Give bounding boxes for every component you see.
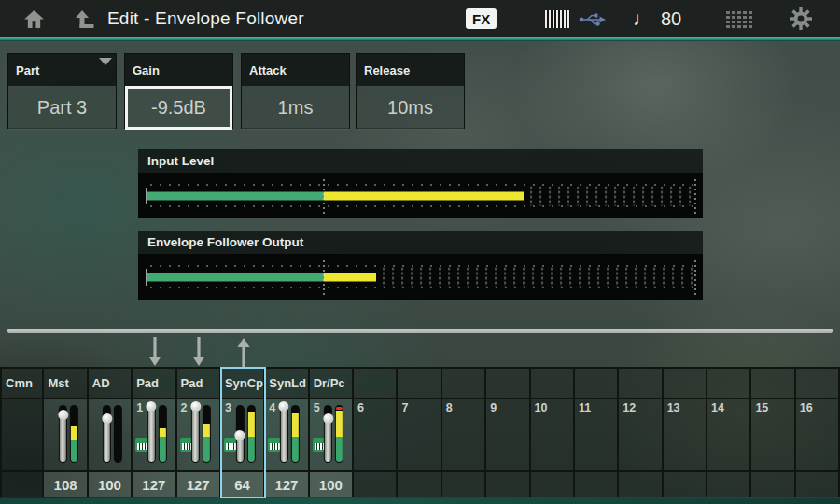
channel-fader-cell[interactable] bbox=[89, 399, 133, 472]
channel-value-cell[interactable]: 64 bbox=[221, 472, 265, 497]
param-release-value[interactable]: 10ms bbox=[357, 86, 464, 130]
channel-name-cell[interactable]: AD bbox=[89, 367, 133, 399]
channel-fader-cell[interactable]: 12 bbox=[619, 399, 663, 472]
gear-icon[interactable] bbox=[790, 0, 812, 37]
mixer-column-mst[interactable]: Mst108 bbox=[44, 334, 88, 498]
channel-value-cell[interactable]: 127 bbox=[133, 472, 176, 497]
channel-fader-cell[interactable]: 7 bbox=[398, 399, 441, 472]
volume-fader[interactable] bbox=[103, 405, 111, 463]
channel-fader-cell[interactable]: 1 bbox=[133, 399, 176, 472]
channel-fader-cell[interactable]: 14 bbox=[707, 399, 751, 472]
channel-value-cell[interactable] bbox=[531, 472, 575, 497]
channel-name-cell[interactable] bbox=[398, 367, 441, 399]
mixer-column-pad[interactable]: Pad1127 bbox=[133, 334, 176, 498]
tempo-indicator[interactable]: ♩ 80 bbox=[633, 0, 681, 37]
channel-name-cell[interactable] bbox=[442, 367, 486, 399]
param-attack-value[interactable]: 1ms bbox=[242, 86, 349, 130]
mixer-column-syncp[interactable]: SynCp364 bbox=[221, 334, 265, 498]
channel-name-cell[interactable]: Dr/Pc bbox=[310, 367, 354, 399]
mixer-column-part15[interactable]: 15 bbox=[751, 334, 795, 498]
home-icon[interactable] bbox=[23, 0, 45, 37]
channel-fader-cell[interactable]: 6 bbox=[354, 399, 398, 472]
volume-fader[interactable] bbox=[324, 405, 332, 463]
channel-value-cell[interactable]: 100 bbox=[310, 472, 354, 497]
param-gain-value[interactable]: -9.5dB bbox=[125, 86, 232, 130]
mixer-column-drpc[interactable]: Dr/Pc5100 bbox=[310, 334, 354, 498]
channel-name-cell[interactable] bbox=[486, 367, 530, 399]
channel-name-cell[interactable] bbox=[575, 367, 619, 399]
mixer-column-part13[interactable]: 13 bbox=[664, 334, 707, 498]
channel-value-cell[interactable]: 127 bbox=[265, 472, 309, 497]
channel-name-cell[interactable]: Mst bbox=[44, 367, 88, 399]
channel-name-cell[interactable]: Pad bbox=[133, 367, 176, 399]
param-attack[interactable]: Attack 1ms bbox=[241, 53, 350, 129]
mixer-column-synld[interactable]: SynLd4127 bbox=[265, 334, 309, 498]
mixer-column-part8[interactable]: 8 bbox=[442, 334, 486, 498]
channel-value-cell[interactable]: 108 bbox=[44, 472, 88, 497]
channel-fader-cell[interactable]: 13 bbox=[664, 399, 707, 472]
channel-value-cell[interactable] bbox=[664, 472, 707, 497]
param-gain[interactable]: Gain -9.5dB bbox=[124, 53, 233, 129]
fader-knob[interactable] bbox=[58, 410, 68, 420]
channel-value-cell[interactable] bbox=[398, 472, 441, 497]
channel-value-cell[interactable] bbox=[707, 472, 751, 497]
mixer-column-part6[interactable]: 6 bbox=[354, 334, 398, 498]
fader-knob[interactable] bbox=[147, 401, 157, 412]
fader-knob[interactable] bbox=[102, 413, 112, 424]
mixer-column-part16[interactable]: 16 bbox=[796, 334, 840, 498]
mixer-column-part11[interactable]: 11 bbox=[575, 334, 619, 498]
channel-fader-cell[interactable]: 15 bbox=[751, 399, 795, 472]
mixer-column-part14[interactable]: 14 bbox=[707, 334, 751, 498]
mixer-column-pad[interactable]: Pad2127 bbox=[177, 334, 221, 498]
channel-name-cell[interactable] bbox=[664, 367, 707, 399]
channel-fader-cell[interactable]: 5 bbox=[310, 399, 354, 472]
mixer-column-part12[interactable]: 12 bbox=[619, 334, 663, 498]
return-arrow-icon[interactable] bbox=[75, 0, 95, 37]
channel-name-cell[interactable] bbox=[796, 367, 840, 399]
channel-value-cell[interactable]: 127 bbox=[177, 472, 221, 497]
channel-fader-cell[interactable] bbox=[44, 399, 88, 472]
param-part-value[interactable]: Part 3 bbox=[8, 86, 116, 130]
channel-value-cell[interactable] bbox=[619, 472, 663, 497]
keyboard-icon[interactable] bbox=[545, 10, 570, 28]
channel-name-cell[interactable]: Pad bbox=[177, 367, 221, 399]
pad-grid-icon[interactable] bbox=[726, 10, 752, 28]
channel-fader-cell[interactable]: 11 bbox=[575, 399, 619, 472]
channel-fader-cell[interactable]: 9 bbox=[486, 399, 530, 472]
volume-fader[interactable] bbox=[191, 405, 200, 463]
channel-value-cell[interactable] bbox=[751, 472, 795, 497]
fader-knob[interactable] bbox=[279, 401, 289, 412]
channel-name-cell[interactable] bbox=[531, 367, 575, 399]
param-part[interactable]: Part Part 3 bbox=[7, 53, 117, 129]
mixer-column-part10[interactable]: 10 bbox=[531, 334, 575, 498]
fader-knob[interactable] bbox=[190, 401, 201, 412]
mixer-column-part7[interactable]: 7 bbox=[398, 334, 441, 498]
channel-name-cell[interactable]: SynLd bbox=[265, 367, 309, 399]
channel-fader-cell[interactable] bbox=[0, 399, 44, 472]
channel-name-cell[interactable] bbox=[619, 367, 663, 399]
channel-value-cell[interactable] bbox=[796, 472, 840, 497]
channel-value-cell[interactable] bbox=[442, 472, 486, 497]
fx-badge[interactable]: FX bbox=[466, 8, 497, 29]
volume-fader[interactable] bbox=[280, 405, 288, 463]
mixer-column-cmn[interactable]: Cmn bbox=[0, 334, 44, 498]
channel-fader-cell[interactable]: 10 bbox=[531, 399, 575, 472]
channel-value-cell[interactable] bbox=[0, 472, 44, 497]
volume-fader[interactable] bbox=[59, 405, 67, 463]
scroll-divider[interactable] bbox=[7, 329, 833, 333]
volume-fader[interactable] bbox=[235, 405, 244, 463]
volume-fader[interactable] bbox=[147, 405, 156, 463]
fader-knob[interactable] bbox=[234, 430, 245, 441]
channel-fader-cell[interactable]: 2 bbox=[177, 399, 221, 472]
fader-knob[interactable] bbox=[323, 413, 333, 424]
channel-value-cell[interactable] bbox=[354, 472, 398, 497]
channel-value-cell[interactable] bbox=[486, 472, 530, 497]
channel-fader-cell[interactable]: 4 bbox=[265, 399, 309, 472]
mixer-column-part9[interactable]: 9 bbox=[486, 334, 530, 498]
channel-name-cell[interactable] bbox=[354, 367, 398, 399]
channel-value-cell[interactable]: 100 bbox=[89, 472, 133, 497]
channel-name-cell[interactable]: Cmn bbox=[0, 367, 44, 399]
channel-fader-cell[interactable]: 8 bbox=[442, 399, 486, 472]
channel-value-cell[interactable] bbox=[575, 472, 619, 497]
param-release[interactable]: Release 10ms bbox=[356, 53, 465, 129]
